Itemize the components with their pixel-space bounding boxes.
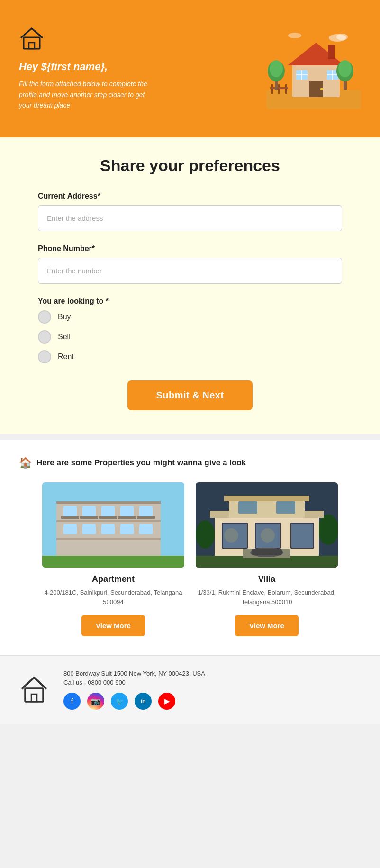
properties-header-text: Here are some Properties you might wanna… (36, 458, 246, 468)
facebook-icon[interactable]: f (63, 693, 81, 710)
form-title: Share your preferences (38, 156, 342, 175)
footer-info: 800 Bordway Suit 1500 New York, NY 00042… (63, 670, 361, 710)
property-card-villa: Villa 1/33/1, Rukmini Enclave, Bolarum, … (196, 482, 338, 636)
svg-rect-34 (101, 506, 115, 516)
radio-option-buy[interactable]: Buy (38, 310, 342, 324)
radio-label-buy: Buy (58, 313, 71, 321)
svg-point-50 (318, 515, 338, 545)
phone-input[interactable] (38, 258, 342, 284)
instagram-icon[interactable]: 📷 (87, 693, 104, 710)
svg-rect-54 (224, 496, 309, 501)
youtube-icon[interactable]: ▶ (158, 693, 175, 710)
svg-rect-61 (238, 501, 257, 514)
radio-circle-rent (38, 350, 51, 363)
linkedin-icon[interactable]: in (135, 693, 152, 710)
hero-subtitle: Fill the form attached below to complete… (19, 79, 152, 110)
home-icon (19, 27, 45, 50)
svg-rect-41 (139, 524, 153, 534)
footer-address: 800 Bordway Suit 1500 New York, NY 00042… (63, 670, 361, 677)
footer-phone-num: 0800 000 900 (88, 679, 126, 686)
svg-rect-45 (99, 516, 117, 519)
radio-label-sell: Sell (58, 333, 71, 341)
svg-point-26 (288, 33, 301, 38)
radio-option-rent[interactable]: Rent (38, 350, 342, 363)
svg-point-23 (338, 60, 352, 77)
villa-image (196, 482, 338, 568)
svg-rect-33 (82, 506, 96, 516)
footer-logo (19, 674, 49, 706)
svg-rect-31 (56, 538, 161, 540)
hero-banner: Hey ${first name}, Fill the form attache… (0, 0, 380, 137)
svg-rect-29 (56, 501, 161, 504)
svg-rect-47 (137, 516, 155, 519)
house-illustration-icon (266, 28, 361, 109)
svg-point-67 (224, 528, 238, 542)
footer-home-icon (19, 674, 49, 704)
villa-image-svg (196, 482, 338, 568)
apartment-name: Apartment (42, 574, 184, 584)
footer: 800 Bordway Suit 1500 New York, NY 00042… (0, 655, 380, 724)
svg-point-14 (320, 88, 323, 90)
form-section: Share your preferences Current Address* … (0, 137, 380, 434)
house-emoji-icon: 🏠 (19, 457, 32, 469)
radio-circle-sell (38, 330, 51, 344)
svg-rect-43 (61, 516, 79, 519)
svg-rect-39 (101, 524, 115, 534)
svg-rect-46 (118, 516, 136, 519)
svg-rect-69 (25, 688, 43, 702)
svg-rect-32 (63, 506, 77, 516)
radio-label-rent: Rent (58, 353, 74, 361)
address-label: Current Address* (38, 192, 342, 200)
looking-to-label: You are looking to * (38, 297, 342, 306)
svg-rect-42 (42, 556, 184, 568)
apartment-address: 4-200/181C, Sainikpuri, Secunderabad, Te… (42, 588, 184, 606)
apartment-view-more-button[interactable]: View More (81, 615, 145, 636)
svg-marker-11 (288, 43, 344, 65)
svg-point-9 (270, 60, 283, 77)
footer-phone: Call us - 0800 000 900 (63, 679, 361, 686)
villa-view-more-button[interactable]: View More (235, 615, 299, 636)
svg-rect-37 (63, 524, 77, 534)
svg-rect-30 (56, 520, 161, 522)
svg-rect-70 (31, 694, 37, 702)
svg-rect-6 (270, 87, 288, 89)
svg-rect-44 (80, 516, 98, 519)
looking-to-group: You are looking to * Buy Sell Rent (38, 297, 342, 363)
svg-point-25 (336, 34, 348, 40)
svg-rect-60 (291, 524, 313, 548)
phone-label: Phone Number* (38, 244, 342, 253)
footer-call-label: Call us - (63, 679, 86, 686)
twitter-icon[interactable]: 🐦 (111, 693, 128, 710)
hero-right-illustration (257, 28, 361, 109)
svg-point-49 (196, 520, 215, 549)
hero-left-content: Hey ${first name}, Fill the form attache… (19, 27, 257, 110)
svg-rect-62 (276, 501, 295, 514)
svg-point-68 (261, 528, 275, 542)
submit-next-button[interactable]: Submit & Next (127, 380, 252, 410)
footer-social-links: f 📷 🐦 in ▶ (63, 693, 361, 710)
svg-rect-35 (120, 506, 134, 516)
svg-rect-66 (252, 549, 282, 555)
apartment-image-svg (42, 482, 184, 568)
svg-rect-1 (29, 43, 35, 49)
properties-section: 🏠 Here are some Properties you might wan… (0, 440, 380, 655)
villa-name: Villa (196, 574, 338, 584)
hero-greeting: Hey ${first name}, (19, 61, 257, 73)
apartment-image (42, 482, 184, 568)
svg-rect-38 (82, 524, 96, 534)
villa-address: 1/33/1, Rukmini Enclave, Bolarum, Secund… (196, 588, 338, 606)
address-input[interactable] (38, 205, 342, 231)
property-card-apartment: Apartment 4-200/181C, Sainikpuri, Secund… (42, 482, 184, 636)
svg-rect-40 (120, 524, 134, 534)
svg-rect-36 (139, 506, 153, 516)
properties-header: 🏠 Here are some Properties you might wan… (19, 457, 361, 469)
svg-rect-12 (328, 45, 335, 59)
radio-option-sell[interactable]: Sell (38, 330, 342, 344)
properties-grid: Apartment 4-200/181C, Sainikpuri, Secund… (19, 482, 361, 636)
radio-circle-buy (38, 310, 51, 324)
